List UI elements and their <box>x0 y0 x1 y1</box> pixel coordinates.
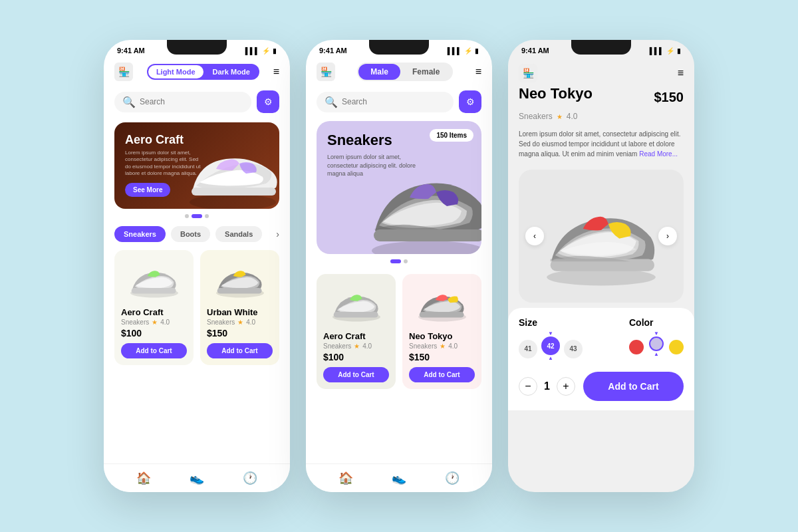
female-btn[interactable]: Female <box>400 64 452 80</box>
dot-2-1-active[interactable] <box>390 259 401 263</box>
shop-icon-1[interactable]: 🏪 <box>114 63 133 81</box>
home-nav-1[interactable]: 🏠 <box>136 471 151 485</box>
cat-sandals[interactable]: Sandals <box>215 226 262 242</box>
svg-rect-3 <box>131 288 176 294</box>
notch-2 <box>369 40 429 55</box>
p1-name: Aero Craft <box>121 307 187 317</box>
cat-boots[interactable]: Boots <box>171 226 210 242</box>
signal-3: ▌▌▌ <box>650 47 664 55</box>
aero-shoe-img <box>121 257 187 303</box>
color-red[interactable] <box>629 340 644 354</box>
read-more-link[interactable]: Read More... <box>639 150 678 158</box>
next-arrow[interactable]: › <box>658 227 677 245</box>
light-mode-btn[interactable]: Light Mode <box>148 65 203 78</box>
search-input-2[interactable] <box>342 97 446 106</box>
p2-prod-price-2: $150 <box>409 352 475 362</box>
hero2-shoe-svg <box>362 151 481 254</box>
shop-icon-2[interactable]: 🏪 <box>317 63 335 81</box>
p1-add-cart-btn[interactable]: Add to Cart <box>121 343 187 358</box>
shop-icon-3[interactable]: 🏪 <box>519 64 537 82</box>
search-box-2[interactable]: 🔍 <box>317 92 454 112</box>
detail-cat-row: Sneakers ★ 4.0 <box>508 109 694 124</box>
male-btn[interactable]: Male <box>358 64 400 80</box>
p2-prod-name-1: Aero Craft <box>323 331 389 341</box>
time-2: 9:41 AM <box>319 47 347 55</box>
cat-sneakers[interactable]: Sneakers <box>114 226 166 242</box>
gender-toggle[interactable]: Male Female <box>357 63 453 81</box>
p2-prod-cart-1[interactable]: Add to Cart <box>323 367 389 382</box>
size-43[interactable]: 43 <box>564 340 583 358</box>
p2-products-grid: Aero Craft Sneakers ★ 4.0 $100 Add to Ca… <box>306 269 492 394</box>
p2-name: Urban White <box>207 307 273 317</box>
search-box-1[interactable]: 🔍 <box>114 92 251 112</box>
color-purple[interactable] <box>649 336 664 351</box>
hero-cta-1[interactable]: See More <box>125 183 170 197</box>
urban-shoe-svg <box>210 260 270 300</box>
filter-btn-2[interactable]: ⚙ <box>459 90 481 113</box>
qty-plus-btn[interactable]: + <box>557 377 575 396</box>
home-nav-2[interactable]: 🏠 <box>338 471 353 485</box>
carousel-dots-2 <box>306 259 492 263</box>
cat-arrow[interactable]: › <box>276 229 279 239</box>
notch-3 <box>571 40 631 55</box>
p2-category: Sneakers <box>207 319 235 326</box>
big-shoe-area: ‹ › <box>519 170 684 303</box>
colors-row: ▲ <box>629 336 684 357</box>
sc-header-row: Size ▼ 41 42 ▲ 43 <box>519 317 684 365</box>
size-42[interactable]: 42 <box>541 336 560 355</box>
color-yellow[interactable] <box>669 340 684 354</box>
clock-nav-2[interactable]: 🕐 <box>445 471 460 485</box>
color-section: Color ▼ ▲ <box>629 317 684 365</box>
mode-toggle[interactable]: Light Mode Dark Mode <box>147 64 259 80</box>
search-icon-1: 🔍 <box>122 96 136 108</box>
search-icon-2: 🔍 <box>325 96 338 108</box>
hamburger-menu-3[interactable]: ≡ <box>678 67 684 79</box>
dot-3[interactable] <box>205 214 209 218</box>
p2-price: $150 <box>207 328 273 338</box>
wifi-2: ⚡ <box>464 47 472 55</box>
product-card-urban: Urban White Sneakers ★ 4.0 $150 Add to C… <box>200 250 279 365</box>
qty-minus-btn[interactable]: − <box>519 377 537 396</box>
hamburger-menu-1[interactable]: ≡ <box>273 66 279 78</box>
p2-prod-name-2: Neo Tokyo <box>409 331 475 341</box>
svg-point-6 <box>372 241 481 254</box>
filter-btn-1[interactable]: ⚙ <box>257 90 279 113</box>
p1-cat-row: Sneakers ★ 4.0 <box>121 319 187 326</box>
p2-prod-cat-1: Sneakers <box>323 342 351 350</box>
aero-shoe-svg <box>124 260 184 300</box>
svg-rect-9 <box>333 312 378 318</box>
p2-prod-rating-2: 4.0 <box>448 342 458 350</box>
p2-aero-shoe <box>323 281 389 327</box>
size-color-panel: Size ▼ 41 42 ▲ 43 <box>508 308 694 410</box>
clock-nav-1[interactable]: 🕐 <box>243 471 257 485</box>
time-3: 9:41 AM <box>521 47 549 55</box>
time-1: 9:41 AM <box>117 47 145 55</box>
prev-arrow[interactable]: ‹ <box>525 227 544 245</box>
shoe-nav-2[interactable]: 👟 <box>392 471 406 485</box>
detail-product-name: Neo Tokyo <box>519 85 593 102</box>
svg-rect-11 <box>419 312 464 318</box>
signal-2: ▌▌▌ <box>448 47 462 55</box>
svg-point-0 <box>190 194 276 209</box>
svg-point-12 <box>547 269 656 285</box>
search-input-1[interactable] <box>140 97 243 106</box>
bottom-nav-1: 🏠 👟 🕐 <box>104 464 290 492</box>
battery-1: ▮ <box>273 47 277 55</box>
add-to-cart-btn[interactable]: Add to Cart <box>583 372 684 401</box>
detail-product-price: $150 <box>654 85 684 109</box>
dark-mode-btn[interactable]: Dark Mode <box>205 65 258 78</box>
battery-2: ▮ <box>475 47 479 55</box>
dot-2-2[interactable] <box>404 259 408 263</box>
p2-prod-price-1: $100 <box>323 352 389 362</box>
shoe-nav-1[interactable]: 👟 <box>190 471 204 485</box>
hamburger-menu-2[interactable]: ≡ <box>475 66 481 78</box>
dot-2-active[interactable] <box>192 214 202 218</box>
p2-prod-cart-2[interactable]: Add to Cart <box>409 367 475 382</box>
p2-prod-neo: Neo Tokyo Sneakers ★ 4.0 $150 Add to Car… <box>402 274 481 389</box>
hero-badge-2: 150 Items <box>430 129 473 142</box>
p2-header: 🏪 Male Female ≡ <box>306 57 492 86</box>
size-41[interactable]: 41 <box>519 340 537 358</box>
p2-add-cart-btn[interactable]: Add to Cart <box>207 343 273 358</box>
dot-1[interactable] <box>185 214 189 218</box>
hero-shoe-img-1 <box>180 136 279 209</box>
